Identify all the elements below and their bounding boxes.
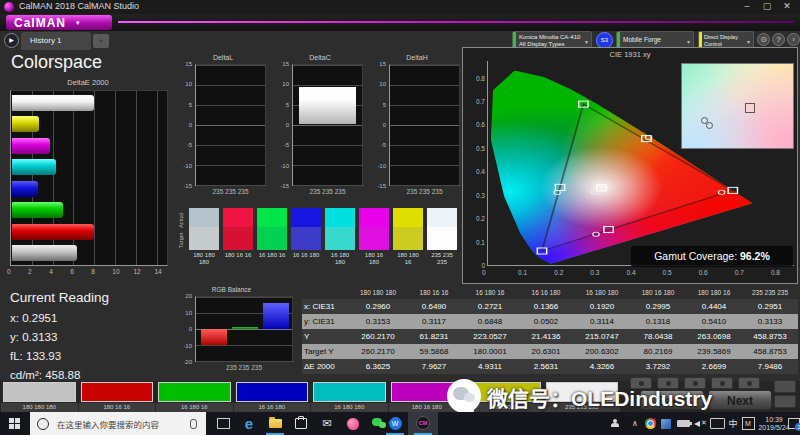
tray-ime-lang[interactable]: 中 <box>726 412 740 435</box>
task-view-icon <box>217 418 230 429</box>
patch-label: 16 16 180 <box>234 403 311 412</box>
delta-lch-charts: DeltaL151050-5-10-15235 235 235DeltaC151… <box>178 54 462 204</box>
people-tray-button[interactable] <box>606 412 624 435</box>
taskbar-photos[interactable] <box>340 412 366 435</box>
y-tick: 0.1 <box>467 239 485 246</box>
deltae2000-chart: DeltaE 2000 02468101214 <box>2 78 174 284</box>
column-header: 180 16 16 <box>406 287 462 299</box>
column-header: 180 180 16 <box>686 287 742 299</box>
x-tick: 0.2 <box>554 269 563 276</box>
row-label: Y <box>302 329 350 344</box>
calman-cm-icon: CM <box>416 416 430 430</box>
target-row-label: Target <box>178 229 187 251</box>
taskbar-search[interactable]: 在这里输入你要搜索的内容 <box>30 412 206 435</box>
y-tick: -5 <box>178 142 192 148</box>
gridline <box>196 185 265 186</box>
table-cell: 180.0001 <box>462 344 518 359</box>
column-header: 16 180 180 <box>574 287 630 299</box>
gridline <box>390 65 459 66</box>
table-cell: 7.9627 <box>406 359 462 374</box>
table-cell: 0.3114 <box>574 314 630 329</box>
patch-color <box>158 382 231 402</box>
close-button[interactable]: ✕ <box>777 0 797 13</box>
actual-row-label: Actual <box>178 210 187 230</box>
microphone-icon[interactable] <box>190 419 197 429</box>
add-tab-button[interactable]: + <box>93 34 109 48</box>
swatch-actual <box>189 208 219 227</box>
gamut-coverage-badge: Gamut Coverage: 96.2% <box>631 246 793 267</box>
side-button-top[interactable] <box>774 380 796 393</box>
notification-icon: 2 <box>788 418 800 429</box>
taskbar-calman-active[interactable]: CM <box>408 412 438 435</box>
nav-icon-button[interactable] <box>711 377 733 389</box>
taskbar-explorer[interactable] <box>262 412 288 435</box>
swatch-target <box>291 227 321 250</box>
notification-badge: 2 <box>795 423 800 431</box>
maximize-button[interactable]: ▢ <box>757 0 777 13</box>
gridline <box>390 85 459 86</box>
tray-chrome[interactable] <box>642 412 658 435</box>
session-play-button[interactable]: ▶ <box>4 33 19 48</box>
swatch-colors <box>189 208 219 250</box>
taskbar-mail[interactable]: ✉ <box>314 412 340 435</box>
tray-keyboard[interactable] <box>708 412 726 435</box>
tray-app[interactable] <box>658 412 674 435</box>
help-button[interactable]: ? <box>772 33 785 46</box>
table-cell: 223.0527 <box>462 329 518 344</box>
tab-history-1[interactable]: History 1 <box>21 32 91 50</box>
swatch-target <box>325 227 355 250</box>
notification-center-button[interactable]: 2 <box>788 412 800 435</box>
actual-target-swatches: Actual Target 180 180 180180 16 1616 180… <box>178 206 462 270</box>
y-tick: -15 <box>178 183 192 189</box>
taskbar-edge[interactable]: e <box>236 412 262 435</box>
taskbar-app-w[interactable]: W <box>382 412 408 435</box>
table-cell: 0.1318 <box>630 314 686 329</box>
speaker-muted-icon: ✕ <box>694 419 706 429</box>
bar-green <box>12 202 63 218</box>
x-tick: 0.8 <box>771 269 780 276</box>
swatch-colors <box>393 208 423 250</box>
chart-title: DeltaC <box>275 54 365 61</box>
swatch-target <box>189 227 219 250</box>
gridline <box>293 165 362 166</box>
gridline <box>293 185 362 186</box>
taskbar-store[interactable] <box>288 412 314 435</box>
nav-icon-button[interactable] <box>738 377 760 389</box>
calman-menu-button[interactable]: CalMAN ▾ <box>6 15 112 30</box>
cie-1931-chart: CIE 1931 xy <box>462 47 798 284</box>
tray-volume[interactable]: ✕ <box>692 412 708 435</box>
inset-target-marker <box>745 103 755 113</box>
swatch-colors <box>257 208 287 250</box>
y-tick: 15 <box>372 61 386 67</box>
swatch-label: 16 180 180 <box>325 252 355 266</box>
x-tick: 0.3 <box>590 269 599 276</box>
x-tick: 10 <box>112 268 119 275</box>
patch-cell-0: 180 180 180 <box>1 381 79 412</box>
table-corner <box>302 287 350 299</box>
x-tick: 14 <box>154 268 161 275</box>
x-label: 235 235 235 <box>389 188 460 195</box>
gridline <box>390 165 459 166</box>
task-view-button[interactable] <box>210 412 236 435</box>
swatch-colors <box>325 208 355 250</box>
tray-battery[interactable] <box>674 412 692 435</box>
collapse-button[interactable]: › <box>787 33 800 46</box>
y-tick: 0 <box>178 122 192 128</box>
deltah-chart: DeltaH151050-5-10-15235 235 235 <box>372 54 462 204</box>
side-button-bottom[interactable] <box>774 395 796 408</box>
start-button[interactable] <box>0 412 30 435</box>
swatch-actual <box>257 208 287 227</box>
minimize-button[interactable]: – <box>737 0 757 13</box>
y-tick: 10 <box>372 81 386 87</box>
y-tick: -15 <box>372 183 386 189</box>
settings-button[interactable]: ⊙ <box>757 33 770 46</box>
x-tick: 0 <box>482 269 486 276</box>
chart-title: RGB Balance <box>165 286 298 293</box>
rgb-bar-blue <box>263 303 289 329</box>
swatch-actual <box>291 208 321 227</box>
taskbar: 在这里输入你要搜索的内容 e ✉ W CM ∧ ✕ 中 M 10:39 2019… <box>0 412 800 435</box>
table-cell: 2.6699 <box>686 359 742 374</box>
next-button[interactable]: Next <box>708 390 772 410</box>
tray-overflow-button[interactable]: ∧ <box>628 412 642 435</box>
table-cell: 0.3133 <box>742 314 798 329</box>
